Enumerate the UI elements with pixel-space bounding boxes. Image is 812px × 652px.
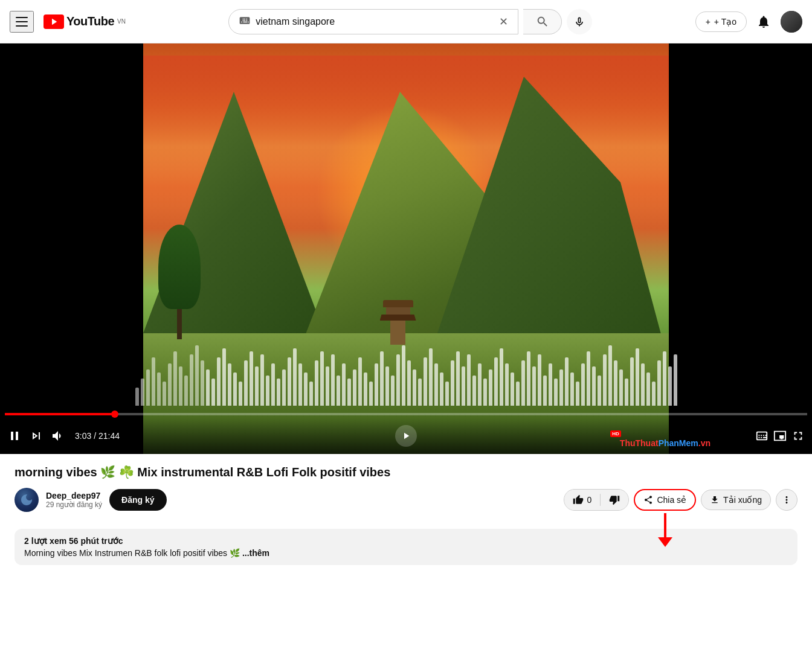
- play-icon-center: [401, 430, 411, 441]
- wave-bar: [266, 376, 269, 406]
- audio-waveform: [97, 333, 715, 406]
- next-button[interactable]: [29, 429, 44, 443]
- wave-bar: [489, 369, 492, 406]
- wave-bar: [538, 354, 541, 406]
- watermark-thu: Thu: [620, 438, 636, 448]
- wave-bar: [467, 354, 471, 406]
- wave-bar: [418, 379, 422, 406]
- search-clear-button[interactable]: ✕: [499, 15, 508, 28]
- youtube-icon: [44, 14, 64, 29]
- desc-content: Morning vibes Mix Instrumen R&B folk lof…: [24, 548, 242, 558]
- logo-text: YouTube: [66, 14, 114, 28]
- wave-bar: [260, 354, 264, 406]
- wave-bar: [494, 357, 498, 406]
- channel-subscribers: 29 người đăng ký: [46, 500, 102, 509]
- wave-bar: [402, 345, 405, 406]
- logo-link[interactable]: YouTubeVN: [44, 14, 126, 29]
- channel-avatar[interactable]: [14, 488, 39, 512]
- fullscreen-button[interactable]: [791, 429, 805, 443]
- progress-fill: [5, 413, 115, 415]
- wave-bar: [239, 382, 242, 406]
- time-display: 3:03 / 21:44: [75, 431, 120, 441]
- header-right: + + Tạo: [695, 10, 802, 34]
- center-play-area: [395, 425, 417, 447]
- progress-area[interactable]: [0, 413, 812, 415]
- microphone-button[interactable]: [567, 9, 592, 34]
- wave-bar: [445, 382, 449, 406]
- wave-bar: [505, 363, 509, 406]
- dislike-button[interactable]: [601, 490, 628, 510]
- hamburger-line: [16, 25, 28, 27]
- wave-bar: [304, 372, 308, 406]
- download-label: Tải xuống: [723, 495, 762, 505]
- miniplayer-icon: [773, 429, 787, 443]
- subtitles-button[interactable]: [755, 429, 768, 443]
- wave-bar: [179, 366, 182, 406]
- search-button[interactable]: [523, 9, 562, 34]
- video-player[interactable]: 3:03 / 21:44: [0, 43, 812, 454]
- share-button[interactable]: Chia sẻ: [634, 489, 696, 511]
- pause-icon: [7, 429, 22, 443]
- total-time: 21:44: [98, 431, 120, 441]
- watermark-phan: Phan: [659, 438, 679, 448]
- like-count: 0: [587, 495, 592, 505]
- current-time: 3:03: [75, 431, 91, 441]
- wave-bar: [152, 357, 155, 406]
- wave-bar: [337, 376, 340, 406]
- wave-bar: [478, 363, 482, 406]
- subscribe-button[interactable]: Đăng ký: [109, 489, 166, 511]
- download-button[interactable]: Tải xuống: [701, 490, 771, 510]
- like-button[interactable]: 0: [564, 490, 601, 510]
- more-options-button[interactable]: [776, 489, 798, 511]
- watermark-vn: vn: [701, 438, 710, 448]
- wave-bar: [163, 382, 166, 406]
- volume-icon: [51, 429, 65, 443]
- wave-bar: [532, 366, 536, 406]
- wave-bar: [353, 369, 356, 406]
- keyboard-button[interactable]: [239, 14, 251, 28]
- wave-bar: [521, 360, 525, 406]
- miniplayer-button[interactable]: [773, 429, 787, 443]
- wave-bar: [320, 351, 324, 406]
- video-title: morning vibes 🌿 ☘️ Mix instrumental R&B …: [14, 464, 798, 481]
- volume-button[interactable]: [51, 429, 65, 443]
- user-avatar[interactable]: [781, 11, 802, 33]
- wave-bar: [250, 351, 253, 406]
- wave-bar: [173, 351, 177, 406]
- subtitles-icon: [755, 429, 768, 443]
- moon-icon: [19, 493, 34, 507]
- time-separator: /: [94, 431, 98, 441]
- wave-bar: [233, 372, 237, 406]
- wave-bar: [440, 372, 443, 406]
- wave-bar: [364, 372, 367, 406]
- progress-track[interactable]: [5, 413, 807, 415]
- wave-bar: [598, 376, 601, 406]
- wave-bar: [184, 376, 188, 406]
- wave-bar: [456, 351, 460, 406]
- wave-bar: [146, 369, 150, 406]
- wave-bar: [549, 363, 552, 406]
- play-circle[interactable]: [395, 425, 417, 447]
- progress-thumb: [111, 411, 118, 418]
- create-button[interactable]: + + Tạo: [695, 11, 747, 32]
- channel-avatar-image: [14, 488, 39, 512]
- wave-bar: [608, 345, 612, 406]
- hd-badge: HD: [610, 430, 621, 437]
- wave-bar: [619, 369, 623, 406]
- search-input[interactable]: [256, 16, 499, 27]
- notification-button[interactable]: [752, 10, 776, 34]
- next-icon: [29, 429, 44, 443]
- tree-left: [152, 225, 207, 339]
- pause-button[interactable]: [7, 429, 22, 443]
- wave-bar: [592, 366, 596, 406]
- watermark-thuat: Thuat: [636, 438, 659, 448]
- wave-bar: [516, 382, 520, 406]
- show-more-button[interactable]: ...thêm: [242, 548, 269, 558]
- search-icon: [536, 15, 549, 28]
- red-arrow-indicator: [658, 513, 672, 547]
- share-button-wrapper: Chia sẻ: [634, 489, 696, 511]
- hamburger-menu[interactable]: [10, 11, 34, 33]
- hamburger-line: [16, 17, 28, 18]
- share-label: Chia sẻ: [657, 495, 686, 505]
- channel-row: Deep_deep97 29 người đăng ký Đăng ký 0: [14, 488, 798, 512]
